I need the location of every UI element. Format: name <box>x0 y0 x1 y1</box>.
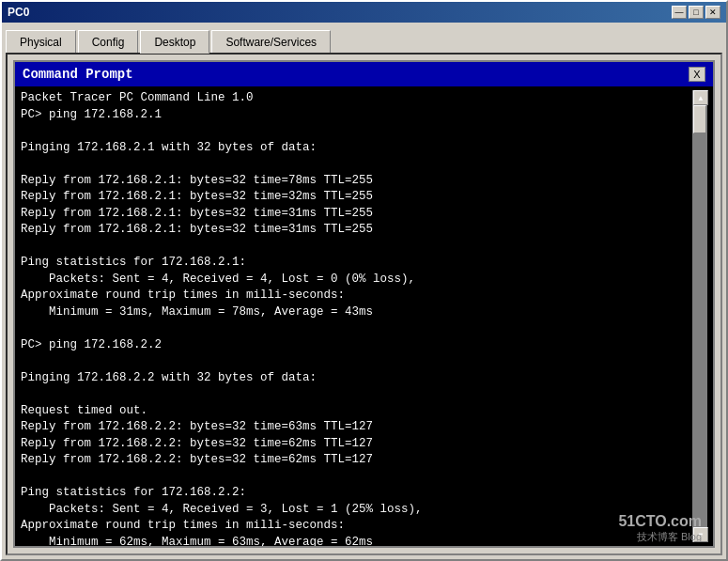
tab-physical[interactable]: Physical <box>6 30 76 53</box>
cmd-scrollbar[interactable]: ▲ ▼ <box>692 90 707 542</box>
close-button[interactable]: ✕ <box>705 6 720 19</box>
content-area: Command Prompt X Packet Tracer PC Comman… <box>6 53 722 555</box>
scrollbar-thumb[interactable] <box>693 105 706 133</box>
cmd-body: Packet Tracer PC Command Line 1.0 PC> pi… <box>15 86 713 546</box>
tabs-bar: Physical Config Desktop Software/Service… <box>2 23 726 53</box>
cmd-title-bar: Command Prompt X <box>15 62 713 86</box>
tab-config[interactable]: Config <box>78 30 139 53</box>
scroll-up-button[interactable]: ▲ <box>693 90 708 105</box>
title-bar: PC0 — □ ✕ <box>2 2 726 23</box>
watermark: 51CTO.com 技术博客 Blog <box>618 513 702 544</box>
watermark-line2: 技术博客 Blog <box>618 530 702 544</box>
watermark-line1: 51CTO.com <box>618 513 702 530</box>
tab-config-label: Config <box>92 36 125 49</box>
tab-desktop[interactable]: Desktop <box>140 30 209 54</box>
cmd-close-button[interactable]: X <box>689 67 705 82</box>
tab-desktop-label: Desktop <box>154 36 195 49</box>
tab-software[interactable]: Software/Services <box>211 30 331 53</box>
window-title: PC0 <box>8 6 29 19</box>
tab-software-label: Software/Services <box>225 36 317 49</box>
maximize-button[interactable]: □ <box>689 6 704 19</box>
tab-physical-label: Physical <box>20 36 62 49</box>
minimize-button[interactable]: — <box>672 6 687 19</box>
title-bar-controls: — □ ✕ <box>672 6 720 19</box>
scrollbar-track[interactable] <box>693 105 707 527</box>
cmd-title: Command Prompt <box>23 67 133 82</box>
main-window: PC0 — □ ✕ Physical Config Desktop Softwa… <box>0 0 728 561</box>
cmd-output[interactable]: Packet Tracer PC Command Line 1.0 PC> pi… <box>21 90 692 542</box>
cmd-window: Command Prompt X Packet Tracer PC Comman… <box>13 60 715 548</box>
